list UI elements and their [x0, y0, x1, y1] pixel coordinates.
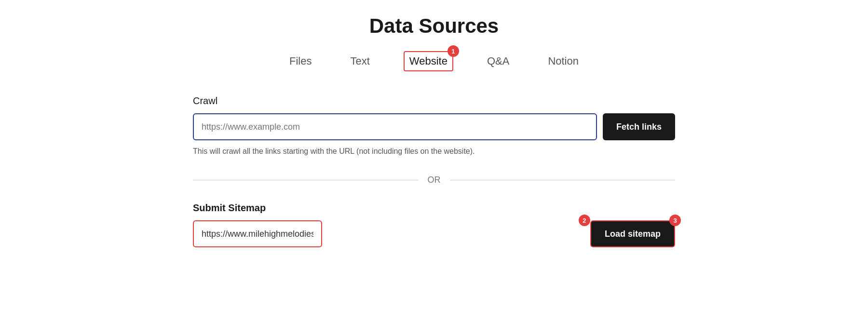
tab-notion[interactable]: Notion	[543, 52, 583, 70]
sitemap-input-wrapper: 2	[193, 220, 584, 247]
load-sitemap-badge: 3	[669, 215, 681, 226]
sitemap-label: Submit Sitemap	[193, 202, 675, 214]
crawl-hint: This will crawl all the links starting w…	[193, 147, 675, 156]
divider-row: OR	[193, 175, 675, 185]
crawl-row: Fetch links	[193, 113, 675, 140]
tab-qa[interactable]: Q&A	[482, 52, 514, 70]
crawl-url-input[interactable]	[193, 113, 597, 140]
tab-website[interactable]: Website 1	[404, 51, 453, 71]
divider-right	[450, 180, 676, 180]
tabs-container: Files Text Website 1 Q&A Notion	[285, 51, 583, 71]
tab-files[interactable]: Files	[285, 52, 316, 70]
website-badge: 1	[448, 45, 459, 57]
sitemap-url-input[interactable]	[193, 220, 322, 247]
content-area: Crawl Fetch links This will crawl all th…	[193, 95, 675, 247]
divider-text: OR	[428, 175, 441, 185]
sitemap-input-badge: 2	[579, 215, 590, 226]
crawl-label: Crawl	[193, 95, 675, 107]
load-sitemap-button-wrapper: Load sitemap 3	[590, 220, 675, 247]
page-title: Data Sources	[369, 14, 499, 38]
load-sitemap-button[interactable]: Load sitemap	[590, 220, 675, 247]
divider-left	[193, 180, 418, 180]
sitemap-row: 2 Load sitemap 3	[193, 220, 675, 247]
fetch-links-button[interactable]: Fetch links	[603, 113, 675, 140]
tab-text[interactable]: Text	[345, 52, 374, 70]
